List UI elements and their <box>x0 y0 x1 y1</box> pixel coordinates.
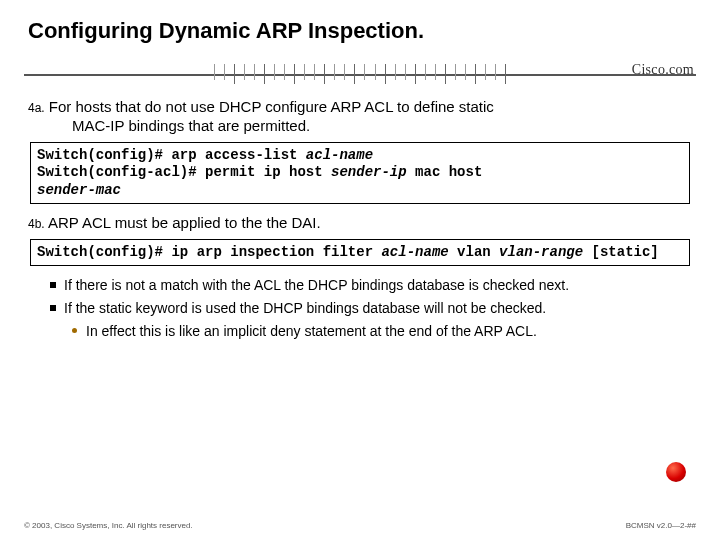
code4b-l1-cmd: ip arp inspection filter <box>171 244 381 260</box>
code4a-l1-cmd: arp access-list <box>171 147 305 163</box>
bullet-1: If there is not a match with the ACL the… <box>50 276 688 295</box>
code4a-l1-prompt: Switch(config)# <box>37 147 171 163</box>
step-4a: 4a. For hosts that do not use DHCP confi… <box>28 98 692 136</box>
code4a-l3-arg: sender-mac <box>37 182 121 198</box>
code4b-l1-arg2: vlan-range <box>499 244 583 260</box>
step-4a-num: 4a. <box>28 101 45 115</box>
bullet-2: If the static keyword is used the DHCP b… <box>50 299 688 318</box>
code4b-l1-cmd3: [static] <box>583 244 659 260</box>
code-box-4b: Switch(config)# ip arp inspection filter… <box>30 239 690 267</box>
code4a-l2-cmd1: permit ip host <box>205 164 331 180</box>
step-4b-num: 4b. <box>28 217 45 231</box>
slide-title: Configuring Dynamic ARP Inspection. <box>28 18 696 44</box>
slide: Configuring Dynamic ARP Inspection. Cisc… <box>0 0 720 540</box>
code4a-l2-prompt: Switch(config-acl)# <box>37 164 205 180</box>
step-4a-line2: MAC-IP bindings that are permitted. <box>72 117 692 136</box>
footer: © 2003, Cisco Systems, Inc. All rights r… <box>0 521 720 530</box>
logo-text: Cisco.com <box>632 62 694 77</box>
divider: Cisco.com <box>24 58 696 92</box>
code4a-l2-cmd2: mac host <box>407 164 491 180</box>
footer-right: BCMSN v2.0—2-## <box>626 521 696 530</box>
code4b-l1-cmd2: vlan <box>449 244 499 260</box>
bullet-2-1: In effect this is like an implicit deny … <box>72 322 688 341</box>
code4a-l1-arg: acl-name <box>306 147 373 163</box>
bullet-list: If there is not a match with the ACL the… <box>50 276 688 341</box>
step-4b-text: ARP ACL must be applied to the the DAI. <box>48 214 321 231</box>
code4b-l1-arg1: acl-name <box>381 244 448 260</box>
code4b-l1-prompt: Switch(config)# <box>37 244 171 260</box>
code-box-4a: Switch(config)# arp access-list acl-name… <box>30 142 690 205</box>
code4a-l2-arg1: sender-ip <box>331 164 407 180</box>
cisco-logo: Cisco.com <box>632 62 694 78</box>
red-dot-icon <box>666 462 686 482</box>
step-4a-line1: For hosts that do not use DHCP configure… <box>49 98 494 115</box>
step-4b: 4b. ARP ACL must be applied to the the D… <box>28 214 692 233</box>
footer-left: © 2003, Cisco Systems, Inc. All rights r… <box>24 521 193 530</box>
divider-ticks <box>214 64 506 82</box>
